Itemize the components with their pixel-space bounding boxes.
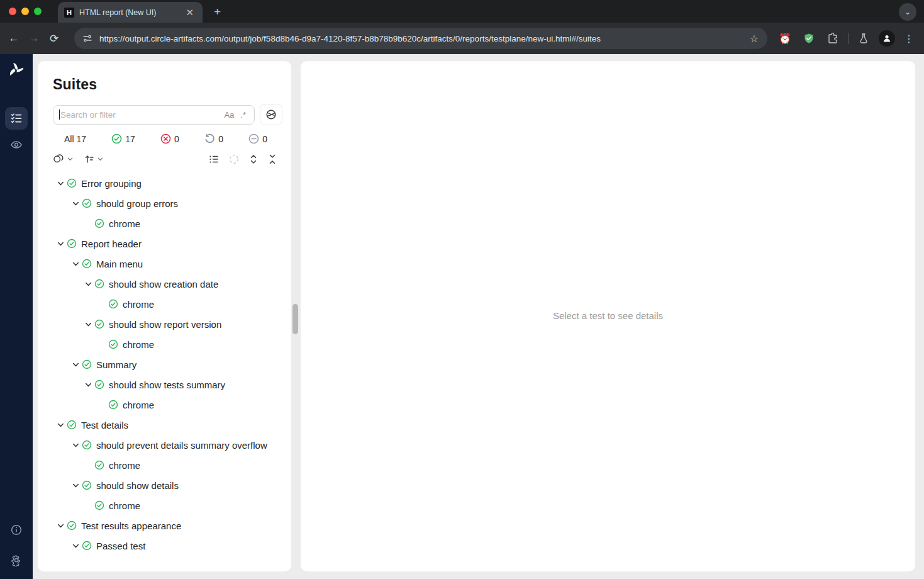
suites-scrollbar-thumb[interactable] (292, 304, 298, 334)
failed-icon (160, 133, 171, 144)
url-text[interactable]: https://output.circle-artifacts.com/outp… (99, 34, 747, 43)
focus-selection-button[interactable] (228, 154, 240, 165)
browsers-filter-button[interactable] (260, 104, 282, 125)
reload-icon[interactable]: ⟳ (44, 28, 64, 48)
back-icon[interactable]: ← (4, 28, 24, 48)
list-view-icon (208, 154, 220, 165)
sidebar-item-visual-checks[interactable] (5, 133, 28, 156)
tree-row[interactable]: Summary (38, 355, 291, 375)
shield-extension-icon[interactable] (800, 30, 818, 47)
chevron-down-icon[interactable] (54, 519, 67, 532)
search-input[interactable]: Search or filter Aa .* (53, 105, 255, 125)
site-info-icon[interactable] (79, 30, 96, 47)
regex-toggle[interactable]: .* (237, 110, 249, 120)
extensions-puzzle-icon[interactable] (824, 30, 842, 47)
chevron-down-icon[interactable] (69, 257, 82, 271)
tree-row[interactable]: chrome (38, 214, 291, 234)
suites-tree: Error grouping should group errors chrom… (38, 174, 291, 556)
tree-row[interactable]: should show report version (38, 315, 291, 335)
chevron-down-icon[interactable] (54, 418, 67, 432)
tab-search-button[interactable]: ⌄ (899, 3, 916, 21)
retry-icon (204, 133, 215, 144)
bookmark-star-icon[interactable]: ☆ (747, 33, 761, 45)
passed-icon (82, 438, 92, 452)
tree-row[interactable]: chrome (38, 496, 291, 516)
filter-all[interactable]: All 17 (64, 134, 86, 144)
test-details-panel: Select a test to see details (301, 61, 915, 571)
window-minimize-button[interactable] (21, 8, 29, 15)
tree-row[interactable]: Report header (38, 234, 291, 254)
tree-row[interactable]: Test results appearance (38, 516, 291, 536)
expand-all-button[interactable] (248, 154, 259, 165)
app-sidebar (0, 54, 33, 579)
window-close-button[interactable] (9, 8, 16, 15)
chevron-down-icon[interactable] (82, 378, 94, 391)
tree-row[interactable]: chrome (38, 335, 291, 355)
address-bar[interactable]: https://output.circle-artifacts.com/outp… (74, 28, 767, 49)
sidebar-item-suites[interactable] (5, 107, 28, 130)
tree-row[interactable]: Error grouping (38, 174, 291, 194)
profile-avatar[interactable] (879, 30, 895, 47)
chevron-spacer (96, 398, 108, 412)
eye-icon (10, 138, 23, 151)
tree-row[interactable]: should show tests summary (38, 375, 291, 395)
browser-tab-strip: H HTML report (New UI) ✕ + ⌄ (0, 0, 924, 23)
browser-tab[interactable]: H HTML report (New UI) ✕ (58, 2, 203, 23)
tree-item-label: chrome (109, 458, 140, 472)
tree-row[interactable]: should show details (38, 476, 291, 496)
passed-icon (67, 418, 77, 432)
filter-skipped[interactable]: 0 (248, 133, 267, 144)
browser-menu-icon[interactable]: ⋮ (901, 33, 916, 45)
passed-icon (111, 133, 122, 144)
tree-row[interactable]: chrome (38, 395, 291, 415)
sidebar-item-settings[interactable] (5, 549, 28, 571)
tree-row[interactable]: chrome (38, 295, 291, 315)
chevron-down-icon (97, 155, 104, 162)
tree-row[interactable]: Passed test (38, 536, 291, 556)
chevron-down-icon[interactable] (54, 237, 67, 250)
passed-icon (82, 257, 92, 271)
chevron-down-icon[interactable] (82, 317, 94, 331)
match-case-toggle[interactable]: Aa (221, 110, 237, 120)
tree-toolbar (53, 153, 277, 165)
tree-row[interactable]: Main menu (38, 254, 291, 274)
chevron-spacer (96, 297, 108, 311)
chevron-down-icon[interactable] (69, 357, 82, 371)
tree-row[interactable]: should prevent details summary overflow (38, 436, 291, 456)
chevron-down-icon[interactable] (69, 196, 82, 210)
filter-retried[interactable]: 0 (204, 133, 223, 144)
search-placeholder: Search or filter (60, 110, 221, 120)
filter-failed[interactable]: 0 (160, 133, 179, 144)
passed-icon (94, 498, 105, 512)
chevron-down-icon[interactable] (69, 438, 82, 452)
forward-icon[interactable]: → (24, 28, 44, 48)
tree-item-label: Test results appearance (81, 519, 181, 532)
passed-icon (108, 337, 119, 351)
view-list-button[interactable] (208, 154, 220, 165)
chevron-down-icon[interactable] (54, 176, 67, 190)
tab-close-icon[interactable]: ✕ (183, 6, 196, 18)
group-by-button[interactable] (53, 153, 74, 165)
chevron-down-icon[interactable] (82, 277, 94, 291)
new-tab-button[interactable]: + (210, 5, 225, 18)
alarm-extension-icon[interactable]: ⏰ (776, 30, 794, 47)
tree-item-label: should show report version (109, 317, 221, 331)
sort-by-button[interactable] (84, 154, 104, 165)
tree-row[interactable]: Test details (38, 415, 291, 436)
labs-flask-icon[interactable] (855, 30, 872, 47)
chevron-down-icon[interactable] (69, 539, 82, 553)
filter-passed[interactable]: 17 (111, 133, 135, 144)
tree-item-label: Error grouping (81, 176, 142, 190)
tree-row[interactable]: should show creation date (38, 274, 291, 295)
window-zoom-button[interactable] (34, 8, 42, 15)
chevron-spacer (96, 337, 108, 351)
sidebar-item-info[interactable] (5, 519, 28, 541)
chevron-down-icon[interactable] (69, 478, 82, 492)
testplane-logo (7, 62, 26, 81)
passed-icon (94, 378, 105, 391)
passed-icon (67, 237, 77, 250)
tree-row[interactable]: should group errors (38, 194, 291, 214)
tree-row[interactable]: chrome (38, 456, 291, 476)
tree-item-label: Summary (96, 357, 136, 371)
collapse-all-button[interactable] (267, 154, 277, 165)
